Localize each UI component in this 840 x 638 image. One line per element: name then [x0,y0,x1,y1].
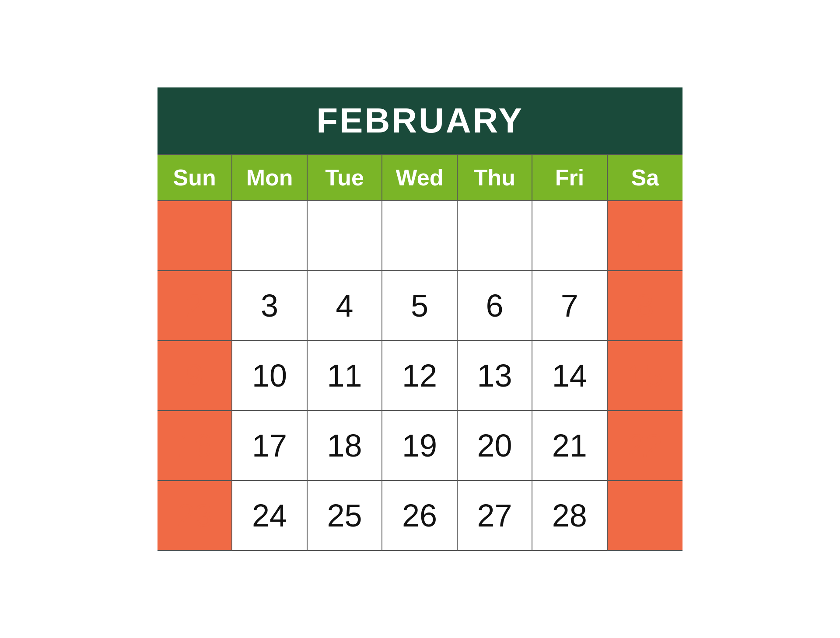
calendar-cell: 3 [232,271,307,341]
calendar-cell: 13 [458,341,532,411]
calendar-cell: 15 [608,341,682,411]
calendar-cell: 11 [308,341,382,411]
calendar-cell: 20 [458,411,532,481]
calendar-cell: 1 [608,201,682,271]
calendar-cell [158,201,232,271]
calendar-cell: 5 [382,271,457,341]
calendar-cell: 28 [532,481,607,551]
calendar-cell: 10 [232,341,307,411]
calendar-cell: 14 [532,341,607,411]
calendar-cell: 21 [532,411,607,481]
calendar-cell: 17 [232,411,307,481]
day-header-tue: Tue [308,155,382,200]
calendar-cell: 4 [308,271,382,341]
day-header-wed: Wed [382,155,457,200]
day-header-thu: Thu [458,155,532,200]
calendar-cell: 19 [382,411,457,481]
calendar-cell [382,201,457,271]
calendar-cell: 26 [382,481,457,551]
calendar-cell: 7 [532,271,607,341]
calendar-cell: 27 [458,481,532,551]
calendar-cell [308,201,382,271]
calendar-cell: 8 [608,271,682,341]
calendar-cell: 12 [382,341,457,411]
calendar-cell: 22 [608,411,682,481]
day-header-mon: Mon [232,155,307,200]
calendar-cell: 6 [458,271,532,341]
month-title: FEBRUARY [162,101,678,141]
calendar-cell: 2 [158,271,232,341]
days-header-row: SunMonTueWedThuFriSa [158,154,682,200]
calendar-cell [608,481,682,551]
calendar-cell: 18 [308,411,382,481]
calendar-cell: 9 [158,341,232,411]
calendar-container: FEBRUARY SunMonTueWedThuFriSa 1234567891… [158,87,682,551]
day-header-fri: Fri [532,155,607,200]
calendar-cell: 16 [158,411,232,481]
day-header-sa: Sa [608,155,682,200]
calendar-body: 1234567891011121314151617181920212223242… [158,200,682,551]
calendar-cell [232,201,307,271]
calendar-cell [458,201,532,271]
calendar-cell: 24 [232,481,307,551]
calendar-cell: 25 [308,481,382,551]
calendar-cell [532,201,607,271]
day-header-sun: Sun [158,155,232,200]
calendar-header: FEBRUARY [158,87,682,154]
calendar-cell: 23 [158,481,232,551]
